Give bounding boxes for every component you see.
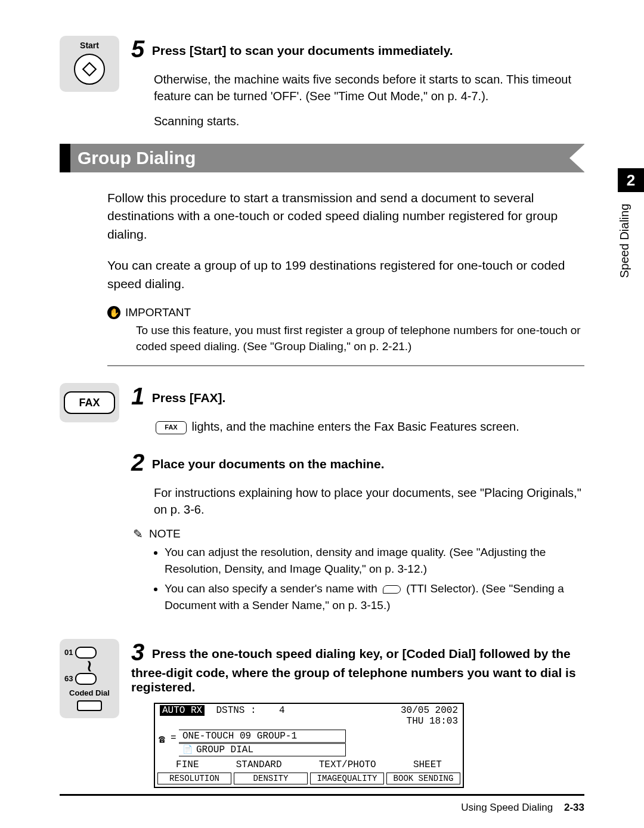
step-5-para-1: Otherwise, the machine waits five second… xyxy=(154,71,584,104)
lcd-btn-density: DENSITY xyxy=(234,773,308,784)
section-accent xyxy=(60,144,70,172)
lcd-line-1: ONE-TOUCH 09 GROUP-1 xyxy=(179,730,346,743)
lcd-btn-booksending: BOOK SENDING xyxy=(386,773,460,784)
coded-dial-label: Coded Dial xyxy=(63,688,116,697)
section-arrow-icon xyxy=(569,144,585,172)
step-3-number: 3 xyxy=(131,639,144,666)
step-5: Start 5 Press [Start] to scan your docum… xyxy=(60,36,584,129)
step-1-text-span: lights, and the machine enters the Fax B… xyxy=(188,420,519,433)
note-callout: ✎ NOTE You can adjust the resolution, de… xyxy=(131,527,584,613)
footer-section: Using Speed Dialing xyxy=(461,802,553,813)
section-title: Group Dialing xyxy=(78,148,196,168)
lcd-btn-imagequality: IMAGEQUALITY xyxy=(310,773,384,784)
important-text: To use this feature, you must first regi… xyxy=(136,323,584,354)
lcd-btn-resolution: RESOLUTION xyxy=(157,773,231,784)
important-icon: ✋ xyxy=(107,306,120,319)
key-01-label: 01 xyxy=(64,648,73,657)
step-2: 2 Place your documents on the machine. F… xyxy=(60,449,584,624)
step-5-number: 5 xyxy=(131,36,144,63)
step-2-title: Place your documents on the machine. xyxy=(152,457,385,471)
chapter-number-box: 2 xyxy=(618,168,644,192)
chapter-label: Speed Dialing xyxy=(618,199,631,283)
start-key-illustration: Start xyxy=(60,36,119,92)
dial-keys-illustration: 01 ≀ 63 Coded Dial xyxy=(60,639,119,718)
key-63-label: 63 xyxy=(64,674,73,683)
fax-key-inline-icon: FAX xyxy=(156,421,187,434)
fax-key-illustration: FAX xyxy=(60,383,119,422)
step-1: FAX 1 Press [FAX]. FAX lights, and the m… xyxy=(60,383,584,435)
lcd-line-2-text: GROUP DIAL xyxy=(196,744,253,755)
note-label: NOTE xyxy=(149,527,181,540)
fax-key-label: FAX xyxy=(64,391,115,414)
intro-para-1: Follow this procedure to start a transmi… xyxy=(107,189,584,243)
lcd-setting-textphoto: TEXT/PHOTO xyxy=(319,759,376,770)
page-footer: Using Speed Dialing 2-33 xyxy=(60,794,584,814)
equals-icon: = xyxy=(171,733,177,743)
lcd-time: THU 18:03 xyxy=(407,716,458,727)
separator xyxy=(107,365,584,366)
start-key-label: Start xyxy=(63,41,116,50)
step-2-number: 2 xyxy=(131,449,144,476)
start-key-icon xyxy=(74,54,105,85)
lcd-dstns-count: 4 xyxy=(279,705,285,716)
step-3: 01 ≀ 63 Coded Dial 3 Press the one-touch… xyxy=(60,639,584,788)
important-callout: ✋ IMPORTANT To use this feature, you mus… xyxy=(107,306,584,354)
note-bullet-2-pre: You can also specify a sender's name wit… xyxy=(165,582,380,595)
lcd-display: AUTO RX DSTNS : 4 30/05 2002THU 18:03 ☎ … xyxy=(154,703,464,788)
lcd-dstns-label: DSTNS : xyxy=(216,705,256,716)
doc-icon: 📄 xyxy=(182,744,193,755)
step-1-number: 1 xyxy=(131,383,144,410)
note-bullet-1: You can adjust the resolution, density a… xyxy=(165,544,584,577)
step-2-text: For instructions explaining how to place… xyxy=(154,484,584,518)
chapter-side-tab: 2 Speed Dialing xyxy=(618,168,644,283)
section-heading-bar: Group Dialing xyxy=(60,144,584,172)
note-bullet-2: You can also specify a sender's name wit… xyxy=(165,580,584,613)
important-label: IMPORTANT xyxy=(125,306,191,319)
svg-marker-0 xyxy=(83,63,96,76)
step-1-title: Press [FAX]. xyxy=(152,391,226,404)
note-icon: ✎ xyxy=(131,527,144,540)
phone-icon: ☎ xyxy=(159,733,165,746)
step-1-text: FAX lights, and the machine enters the F… xyxy=(154,418,584,435)
lcd-setting-fine: FINE xyxy=(176,759,199,770)
tti-selector-icon xyxy=(383,585,401,594)
tilde-icon: ≀ xyxy=(63,660,116,671)
lcd-setting-sheet: SHEET xyxy=(413,759,442,770)
intro-para-2: You can create a group of up to 199 dest… xyxy=(107,257,584,293)
lcd-setting-standard: STANDARD xyxy=(236,759,282,770)
one-touch-key-icon-2 xyxy=(75,673,97,685)
lcd-line-2: 📄 GROUP DIAL xyxy=(179,743,346,756)
lcd-date: 30/05 2002 xyxy=(401,705,458,716)
step-5-title: Press [Start] to scan your documents imm… xyxy=(152,44,453,57)
coded-dial-key-icon xyxy=(77,700,102,711)
step-5-para-2: Scanning starts. xyxy=(154,113,584,129)
footer-page-number: 2-33 xyxy=(564,802,584,813)
lcd-auto-rx: AUTO RX xyxy=(160,705,205,716)
step-3-title: Press the one-touch speed dialing key, o… xyxy=(131,647,576,694)
